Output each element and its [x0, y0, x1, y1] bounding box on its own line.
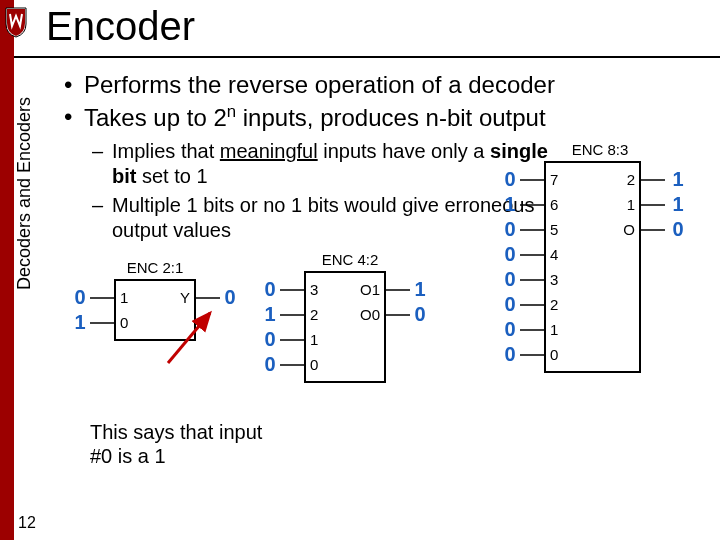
sb1-post: set to 1	[136, 165, 207, 187]
enc21-in1-val: 1	[74, 311, 85, 333]
svg-text:0: 0	[264, 353, 275, 375]
svg-text:1: 1	[264, 303, 275, 325]
svg-text:0: 0	[504, 293, 515, 315]
enc21-in1-pin: 0	[120, 314, 128, 331]
svg-text:6: 6	[550, 196, 558, 213]
sb1-pre: Implies that	[112, 140, 220, 162]
svg-text:0: 0	[264, 328, 275, 350]
svg-text:0: 0	[264, 278, 275, 300]
svg-text:2: 2	[627, 171, 635, 188]
svg-text:4: 4	[550, 246, 558, 263]
svg-text:1: 1	[627, 196, 635, 213]
enc-8-3: ENC 8:3 07 16 05 04 03 02 01 00 21 11 O0	[500, 140, 700, 390]
svg-text:1: 1	[672, 193, 683, 215]
enc42-label: ENC 4:2	[322, 251, 379, 268]
svg-text:1: 1	[504, 193, 515, 215]
sb1-mid: inputs have only a	[318, 140, 490, 162]
slide: Encoder Decoders and Encoders 12 Perform…	[0, 0, 720, 540]
enc83-box	[545, 162, 640, 372]
svg-text:O: O	[623, 221, 635, 238]
enc21-out0-pin: Y	[180, 289, 190, 306]
enc83-outputs: 21 11 O0	[623, 168, 683, 240]
svg-text:3: 3	[550, 271, 558, 288]
enc-4-2: ENC 4:2 0 3 1 2 0 1 0 0	[260, 250, 440, 400]
caption-text: This says that input #0 is a 1	[90, 420, 270, 468]
title-rule	[14, 56, 720, 58]
svg-text:1: 1	[672, 168, 683, 190]
svg-text:3: 3	[310, 281, 318, 298]
svg-text:0: 0	[414, 303, 425, 325]
enc21-out0-val: 0	[224, 286, 235, 308]
svg-text:1: 1	[310, 331, 318, 348]
svg-text:0: 0	[504, 168, 515, 190]
sb1-underline: meaningful	[220, 140, 318, 162]
sub-bullet-list: Implies that meaningful inputs have only…	[90, 139, 552, 243]
svg-text:0: 0	[504, 218, 515, 240]
svg-text:0: 0	[672, 218, 683, 240]
svg-text:1: 1	[550, 321, 558, 338]
svg-text:0: 0	[504, 343, 515, 365]
svg-text:0: 0	[310, 356, 318, 373]
bullet-2-post: inputs, produces n-bit output	[236, 104, 546, 131]
enc21-label: ENC 2:1	[127, 259, 184, 276]
enc21-in0-val: 0	[74, 286, 85, 308]
svg-text:O1: O1	[360, 281, 380, 298]
sub-bullet-2: Multiple 1 bits or no 1 bits would give …	[112, 193, 552, 243]
side-stripe	[0, 0, 14, 540]
svg-text:1: 1	[414, 278, 425, 300]
svg-text:0: 0	[550, 346, 558, 363]
sub-bullet-1: Implies that meaningful inputs have only…	[112, 139, 552, 189]
svg-text:0: 0	[504, 318, 515, 340]
svg-text:2: 2	[550, 296, 558, 313]
svg-text:2: 2	[310, 306, 318, 323]
svg-text:7: 7	[550, 171, 558, 188]
bullet-list: Performs the reverse operation of a deco…	[60, 70, 706, 133]
svg-text:5: 5	[550, 221, 558, 238]
svg-text:0: 0	[504, 243, 515, 265]
bullet-2-sup: n	[227, 102, 236, 121]
section-label: Decoders and Encoders	[14, 97, 35, 290]
bullet-1: Performs the reverse operation of a deco…	[84, 70, 706, 100]
bullet-2-pre: Takes up to 2	[84, 104, 227, 131]
svg-text:0: 0	[504, 268, 515, 290]
uw-crest-icon	[4, 6, 28, 38]
diagrams-area: ENC 2:1 0 1 1 0 Y 0	[60, 250, 710, 480]
enc-2-1: ENC 2:1 0 1 1 0 Y 0	[70, 258, 240, 368]
svg-text:O0: O0	[360, 306, 380, 323]
enc83-label: ENC 8:3	[572, 141, 629, 158]
page-number: 12	[18, 514, 36, 532]
bullet-2: Takes up to 2n inputs, produces n-bit ou…	[84, 102, 706, 133]
slide-title: Encoder	[46, 4, 195, 49]
enc21-in0-pin: 1	[120, 289, 128, 306]
